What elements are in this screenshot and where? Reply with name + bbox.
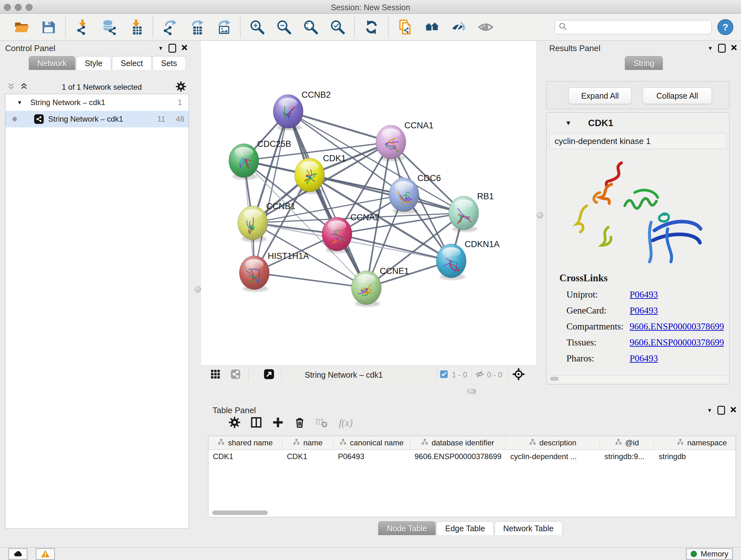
crosslink-row: Pharos:P06493 [566, 353, 729, 364]
crosslink-link[interactable]: 9606.ENSP00000378699 [630, 337, 724, 348]
tab-node-table[interactable]: Node Table [378, 521, 435, 535]
column-header-sharedname[interactable]: shared name [208, 436, 282, 449]
table-cell[interactable]: stringdb:9... [600, 452, 654, 461]
selected-checkbox-icon[interactable] [440, 370, 448, 380]
control-panel-close-icon[interactable] [181, 44, 188, 52]
memory-button[interactable]: Memory [686, 548, 733, 560]
home-icon[interactable] [423, 18, 441, 36]
duplicate-network-icon[interactable] [397, 18, 414, 36]
tab-style[interactable]: Style [76, 56, 111, 70]
left-splitter-grip[interactable] [195, 286, 201, 293]
network-node-CDC6[interactable]: CDC6 [389, 173, 441, 214]
hide-selected-icon[interactable] [450, 18, 468, 36]
birds-eye-view-icon[interactable] [513, 368, 525, 381]
table-cell[interactable]: cyclin-dependent ... [506, 452, 600, 461]
warning-button[interactable] [36, 548, 55, 560]
grid-view-icon[interactable] [211, 369, 220, 380]
zoom-in-icon[interactable] [249, 18, 266, 36]
table-row[interactable]: CDK1CDK1P064939606.ENSP00000378699cyclin… [208, 450, 736, 463]
column-header-id[interactable]: @id [600, 436, 654, 449]
network-node-RB1[interactable]: RB1 [449, 192, 494, 232]
refresh-icon[interactable] [363, 18, 380, 36]
network-edge[interactable] [288, 111, 391, 142]
network-options-gear-icon[interactable] [176, 81, 186, 93]
network-graph[interactable]: CCNB2CCNA1CDC25BCDK1CDC6RB1CCNB1CCNA2CDK… [201, 41, 536, 366]
network-view[interactable]: CCNB2CCNA1CDC25BCDK1CDC6RB1CCNB1CCNA2CDK… [201, 41, 536, 384]
network-edge[interactable] [254, 273, 366, 288]
delete-row-icon[interactable] [293, 416, 306, 430]
results-scrollbar[interactable] [549, 375, 727, 382]
column-header-description[interactable]: description [506, 436, 600, 449]
table-panel-close-icon[interactable] [730, 407, 737, 414]
expand-all-button[interactable]: Expand All [568, 87, 631, 104]
tab-select[interactable]: Select [112, 56, 151, 70]
network-node-CDKN1A[interactable]: CDKN1A [436, 240, 500, 280]
export-image-icon[interactable] [215, 18, 232, 36]
network-node-CCNB2[interactable]: CCNB2 [273, 90, 331, 131]
tab-network[interactable]: Network [29, 56, 75, 70]
network-row[interactable]: String Network – cdk1 11 48 [5, 111, 189, 127]
table-horizontal-scrollbar[interactable] [210, 510, 734, 515]
crosslink-link[interactable]: P06493 [630, 305, 658, 316]
network-node-HIST1H1A[interactable]: HIST1H1A [239, 251, 309, 292]
open-session-icon[interactable] [13, 18, 30, 36]
column-type-icon [340, 438, 347, 447]
crosslink-link[interactable]: P06493 [630, 289, 658, 300]
tab-network-table[interactable]: Network Table [495, 521, 562, 535]
save-session-icon[interactable] [40, 18, 57, 36]
collection-expander-icon[interactable]: ▼ [17, 100, 22, 105]
network-collection-row[interactable]: ▼ String Network – cdk1 1 [5, 94, 189, 111]
table-cell[interactable]: P06493 [333, 452, 410, 461]
collapse-all-button[interactable]: Collapse All [643, 87, 712, 104]
crosslink-link[interactable]: P06493 [630, 353, 658, 364]
tab-edge-table[interactable]: Edge Table [436, 521, 494, 535]
column-header-namespace[interactable]: namespace [654, 436, 736, 449]
network-node-CCNE1[interactable]: CCNE1 [351, 266, 409, 307]
collapse-all-networks-icon[interactable] [7, 82, 15, 92]
zoom-fit-icon[interactable] [302, 18, 320, 36]
table-panel-float-icon[interactable] [718, 406, 725, 415]
help-button[interactable]: ? [718, 19, 733, 35]
right-splitter-grip[interactable] [537, 212, 543, 219]
node-label: CCNB1 [266, 201, 295, 211]
show-all-icon[interactable] [477, 18, 494, 36]
bottom-splitter-grip[interactable] [467, 389, 476, 394]
network-node-CCNA2[interactable]: CCNA2 [322, 212, 380, 253]
column-header-canonicalname[interactable]: canonical name [333, 436, 410, 449]
column-header-name[interactable]: name [282, 436, 333, 449]
import-database-icon[interactable] [100, 18, 118, 36]
node-table[interactable]: shared namenamecanonical namedatabase id… [208, 436, 736, 517]
search-input[interactable] [568, 22, 711, 32]
tab-sets[interactable]: Sets [152, 56, 186, 70]
open-in-new-window-icon[interactable] [264, 369, 274, 381]
string-view-icon[interactable] [230, 369, 241, 381]
control-panel-float-icon[interactable] [169, 44, 176, 53]
table-gear-icon[interactable] [228, 416, 241, 430]
table-panel-menu-icon[interactable]: ▼ [707, 408, 712, 413]
export-network-icon[interactable] [161, 18, 179, 36]
split-columns-icon[interactable] [250, 416, 262, 430]
control-panel-menu-icon[interactable]: ▼ [158, 46, 163, 51]
gene-section-header[interactable]: ▼ CDK1 [547, 113, 729, 133]
export-table-icon[interactable] [188, 18, 205, 36]
zoom-selected-icon[interactable] [329, 18, 346, 36]
crosslink-link[interactable]: 9606.ENSP00000378699 [630, 321, 724, 332]
add-column-icon[interactable] [272, 416, 284, 430]
import-network-icon[interactable] [74, 18, 91, 36]
table-cell[interactable]: stringdb [654, 452, 736, 461]
results-panel-menu-icon[interactable]: ▼ [708, 46, 713, 51]
results-panel-float-icon[interactable] [718, 44, 726, 53]
table-cell[interactable]: CDK1 [208, 452, 282, 461]
cloud-button[interactable] [8, 548, 27, 560]
network-edge[interactable] [288, 111, 366, 288]
gene-expander-icon[interactable]: ▼ [565, 120, 571, 126]
search-box[interactable] [555, 20, 712, 34]
tab-string[interactable]: String [625, 56, 663, 70]
table-cell[interactable]: CDK1 [282, 452, 333, 461]
table-cell[interactable]: 9606.ENSP00000378699 [410, 452, 506, 461]
results-panel-close-icon[interactable] [731, 44, 737, 52]
zoom-out-icon[interactable] [275, 18, 293, 36]
import-table-icon[interactable] [127, 18, 145, 36]
expand-all-networks-icon[interactable] [20, 82, 28, 92]
column-header-databaseidentifier[interactable]: database identifier [410, 436, 506, 449]
